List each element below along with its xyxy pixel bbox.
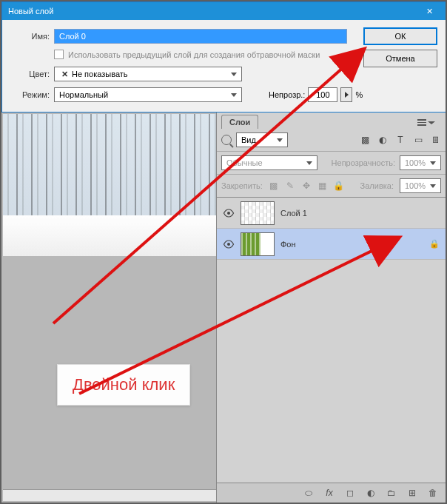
- cancel-button[interactable]: Отмена: [363, 50, 437, 67]
- opacity-label: Непрозрачность:: [332, 158, 395, 167]
- svg-point-0: [227, 212, 230, 215]
- color-value: Не показывать: [72, 70, 128, 78]
- adjustment-icon[interactable]: ◐: [366, 488, 376, 498]
- panel-menu-icon[interactable]: [413, 117, 441, 126]
- layer-row[interactable]: Фон 🔒: [217, 229, 446, 260]
- layer-name-input[interactable]: [54, 29, 347, 44]
- close-icon[interactable]: ✕: [418, 7, 440, 16]
- filter-shape-icon[interactable]: ▭: [413, 135, 423, 145]
- svg-point-1: [227, 243, 230, 246]
- dialog-title: Новый слой: [8, 7, 53, 16]
- opacity-input[interactable]: [308, 87, 337, 102]
- name-label: Имя:: [13, 32, 50, 41]
- opacity-suffix: %: [355, 90, 363, 99]
- mode-value: Нормальный: [59, 90, 108, 99]
- blend-mode-value: Обычные: [226, 158, 263, 167]
- color-label: Цвет:: [13, 70, 50, 78]
- mask-icon[interactable]: ◻: [345, 488, 355, 498]
- filter-pixel-icon[interactable]: ▩: [360, 135, 370, 145]
- fx-icon[interactable]: fx: [324, 488, 335, 498]
- filter-kind-value: Вид: [241, 135, 256, 144]
- clipmask-label: Использовать предыдущий слой для создани…: [68, 50, 320, 59]
- canvas-image: [3, 114, 216, 256]
- visibility-icon[interactable]: [223, 207, 235, 219]
- opacity-label: Непрозр.:: [269, 90, 305, 99]
- fill-label: Заливка:: [360, 181, 394, 190]
- layer-name[interactable]: Слой 1: [280, 209, 307, 218]
- fill-select[interactable]: 100%: [400, 178, 441, 193]
- ok-button[interactable]: ОК: [363, 27, 437, 45]
- opacity-flyout-icon[interactable]: [340, 87, 352, 102]
- visibility-icon[interactable]: [223, 238, 235, 250]
- lock-transparent-icon[interactable]: ▩: [269, 181, 279, 191]
- mode-select[interactable]: Нормальный: [54, 87, 242, 102]
- mode-label: Режим:: [13, 90, 50, 99]
- layer-row[interactable]: Слой 1: [217, 198, 446, 229]
- annotation-callout: Двойной клик: [57, 364, 190, 406]
- lock-all-icon[interactable]: 🔒: [334, 181, 344, 191]
- none-icon: ✕: [59, 70, 70, 79]
- clipmask-checkbox[interactable]: [54, 50, 64, 59]
- layer-thumbnail[interactable]: [241, 232, 275, 256]
- color-select[interactable]: ✕ Не показывать: [54, 67, 242, 81]
- lock-position-icon[interactable]: ✥: [301, 181, 312, 191]
- group-icon[interactable]: 🗀: [386, 488, 397, 498]
- panel-opacity-value: 100%: [405, 158, 426, 167]
- layer-thumbnail[interactable]: [241, 201, 275, 225]
- new-layer-dialog: Новый слой ✕ Имя: Использовать предыдущи…: [1, 1, 447, 112]
- lock-artboard-icon[interactable]: ▦: [317, 181, 328, 191]
- dialog-titlebar[interactable]: Новый слой ✕: [2, 2, 446, 20]
- panel-opacity-select[interactable]: 100%: [400, 155, 441, 170]
- document-canvas[interactable]: [3, 114, 216, 256]
- fill-value: 100%: [405, 181, 426, 190]
- lock-pixels-icon[interactable]: ✎: [285, 181, 295, 191]
- link-layers-icon[interactable]: ⬭: [303, 488, 314, 498]
- blend-mode-select[interactable]: Обычные: [221, 155, 317, 170]
- new-layer-icon[interactable]: ⊞: [407, 488, 417, 498]
- layers-panel: Слои Вид ▩ ◐ T ▭ 🗏 Обычные Непрозрачност…: [216, 112, 446, 503]
- filter-type-icon[interactable]: T: [395, 135, 406, 145]
- lock-icon: 🔒: [429, 239, 440, 249]
- filter-adjust-icon[interactable]: ◐: [377, 135, 388, 145]
- filter-kind-select[interactable]: Вид: [236, 132, 288, 147]
- filter-smart-icon[interactable]: 🗏: [431, 135, 441, 145]
- lock-label: Закрепить:: [221, 181, 263, 190]
- layer-name[interactable]: Фон: [280, 240, 296, 249]
- search-icon[interactable]: [221, 135, 232, 145]
- horizontal-scrollbar[interactable]: [3, 489, 216, 501]
- trash-icon[interactable]: 🗑: [428, 488, 438, 498]
